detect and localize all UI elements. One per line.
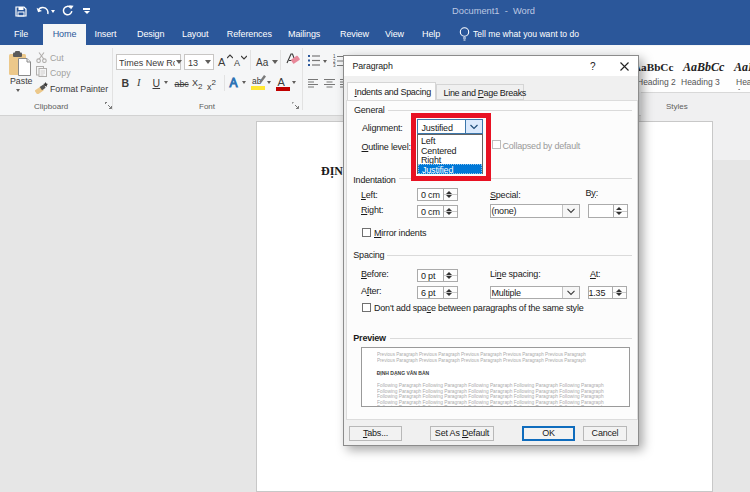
svg-text:3: 3 xyxy=(333,63,336,67)
